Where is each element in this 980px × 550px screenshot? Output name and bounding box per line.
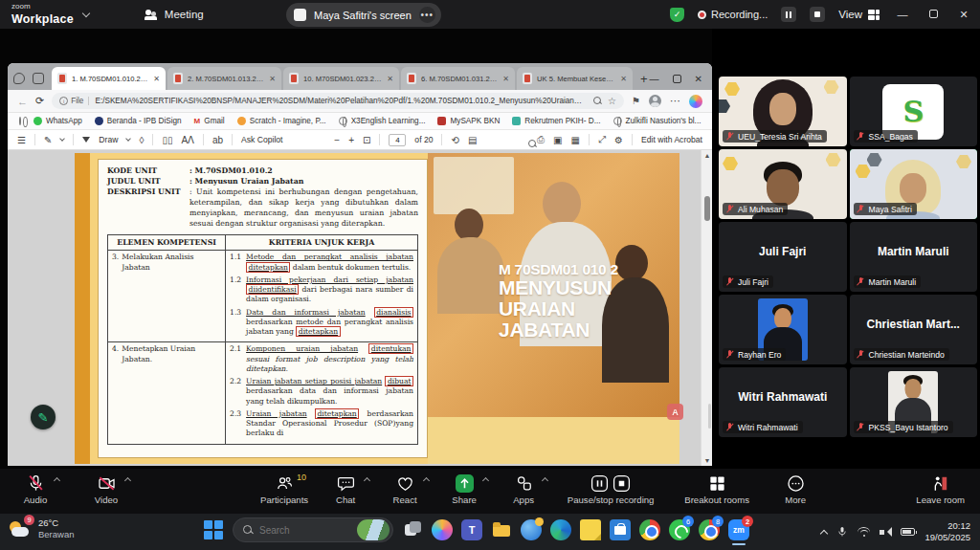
scroll-up-icon[interactable]: ▲	[702, 150, 712, 161]
pill-more-icon[interactable]: •••	[419, 7, 435, 23]
participant-tile-juli[interactable]: Juli Fajri Juli Fajri	[719, 222, 847, 292]
fit-width-icon[interactable]: ⊡	[363, 135, 370, 145]
shared-screen-pill[interactable]: Maya Safitri's screen •••	[286, 3, 441, 27]
settings-gear-icon[interactable]: ⚙	[614, 135, 623, 145]
wifi-icon[interactable]	[858, 527, 870, 538]
highlighter-icon[interactable]: ✎	[44, 135, 52, 145]
tab-close-icon[interactable]: ✕	[620, 75, 627, 83]
profile-avatar[interactable]	[649, 95, 661, 107]
apps-button[interactable]: Apps	[501, 469, 546, 505]
read-aloud-icon[interactable]: ab	[212, 135, 223, 145]
zoom-out-icon[interactable]: −	[334, 135, 340, 145]
chevron-up-icon[interactable]	[124, 477, 131, 484]
chevron-up-icon[interactable]	[423, 477, 430, 484]
draw-label[interactable]: Draw	[99, 135, 118, 144]
weather-widget[interactable]: 9 26°C Berawan	[8, 517, 75, 540]
url-field[interactable]: i File E:/SKEMA%20SERTIFIKASI%20BNSP/MAN…	[52, 93, 624, 109]
tab-close-icon[interactable]: ✕	[387, 75, 393, 83]
edit-with-acrobat-button[interactable]: Edit with Acrobat	[641, 135, 702, 144]
rotate-icon[interactable]: ⟲	[451, 135, 458, 145]
volume-icon[interactable]	[880, 527, 891, 538]
zoom-taskbar-icon[interactable]: zm 2	[728, 519, 749, 540]
participant-tile-witri[interactable]: Witri Rahmawati Witri Rahmawati	[719, 367, 847, 437]
stop-recording-button[interactable]	[810, 7, 825, 22]
chevron-up-icon[interactable]	[54, 477, 60, 484]
participant-tile-bayu[interactable]: PKSS_Bayu Istantoro	[850, 367, 978, 437]
page-number-input[interactable]: 4	[389, 134, 406, 146]
tray-mic-icon[interactable]	[836, 525, 848, 539]
browser-menu-icon[interactable]: ⋯	[670, 95, 680, 107]
pdf-viewer[interactable]: KODE UNIT: M.70SDM01.010.2 JUDUL UNIT: M…	[8, 150, 712, 466]
tray-expand-icon[interactable]	[820, 530, 828, 538]
text-size-icon[interactable]: Aᐱ	[181, 135, 194, 145]
eraser-icon[interactable]: ◊	[139, 135, 144, 145]
bookmark-x3english[interactable]: X3English Learning...	[339, 117, 426, 125]
chevron-up-icon[interactable]	[364, 477, 370, 484]
breakout-rooms-button[interactable]: Breakout rooms	[676, 469, 758, 505]
browser-tab-3[interactable]: 10. M70SDM01.023.2_M... ✕	[283, 67, 399, 90]
participant-tile-ali[interactable]: Ali Muhasan	[719, 149, 847, 219]
edge-icon[interactable]	[550, 519, 571, 540]
whatsapp-icon[interactable]: 6	[669, 519, 690, 540]
task-view-icon[interactable]	[402, 519, 423, 540]
teams-icon[interactable]: T	[461, 519, 482, 540]
chevron-up-icon[interactable]	[542, 477, 548, 484]
bookmark-scratch[interactable]: Scratch - Imagine, P...	[237, 117, 326, 125]
browser-close-button[interactable]: ✕	[695, 74, 702, 84]
audio-button[interactable]: Audio	[13, 469, 57, 505]
security-shield-icon[interactable]: ✓	[670, 8, 684, 22]
page-view-icon[interactable]: ▯▯	[162, 135, 172, 145]
search-input[interactable]	[259, 525, 350, 536]
ask-copilot-button[interactable]: Ask Copilot	[241, 135, 282, 144]
print-icon[interactable]: ⎙	[537, 134, 545, 145]
start-button[interactable]	[203, 519, 224, 540]
bookmark-mysapk[interactable]: MySAPK BKN	[437, 117, 500, 125]
bookmark-rekrutmen-pkih[interactable]: Rekrutmen PKIH- D...	[512, 117, 600, 125]
share-button[interactable]: Share	[442, 469, 486, 505]
panel-resize-handle[interactable]	[708, 404, 711, 429]
chevron-down-icon[interactable]	[60, 136, 66, 142]
video-button[interactable]: Video	[84, 469, 128, 505]
thumbnail-icon[interactable]: ▤	[468, 135, 477, 145]
react-button[interactable]: React	[383, 469, 427, 505]
zoom-in-icon[interactable]: +	[348, 135, 354, 145]
chevron-down-icon[interactable]	[82, 10, 90, 17]
search-daily-image[interactable]	[357, 519, 390, 540]
new-tab-button[interactable]: +	[640, 72, 648, 86]
file-explorer-icon[interactable]	[491, 519, 512, 540]
refresh-icon[interactable]: ⟳	[35, 95, 44, 107]
bookmark-ipb-disign[interactable]: Beranda - IPB DiSign	[95, 117, 182, 125]
tab-close-icon[interactable]: ✕	[269, 75, 276, 83]
participant-tile-rayhan[interactable]: Rayhan Ero	[719, 295, 847, 364]
acrobat-fab-icon[interactable]: A	[667, 404, 683, 420]
chevron-up-icon[interactable]	[482, 477, 489, 484]
browser-tab-4[interactable]: 6. M.70SDM01.031.2_M... ✕	[401, 67, 515, 90]
draw-icon[interactable]	[82, 137, 90, 143]
participants-button[interactable]: Participants 10	[260, 469, 308, 505]
zoom-workplace-logo[interactable]: zoom Workplace	[11, 3, 74, 26]
back-icon[interactable]: ←	[17, 96, 28, 107]
bookmark-whatsapp[interactable]: WhatsApp	[33, 117, 82, 125]
copilot-taskbar-icon[interactable]	[432, 519, 453, 540]
browser-tab-2[interactable]: 2. M.70SDM01.013.2_M... ✕	[167, 67, 281, 90]
favorite-star-icon[interactable]: ☆	[608, 96, 616, 106]
annotate-button[interactable]: ✎	[31, 405, 56, 429]
fullscreen-icon[interactable]: ⤢	[598, 134, 606, 145]
tab-close-icon[interactable]: ✕	[502, 75, 509, 83]
copilot-icon[interactable]	[689, 95, 702, 108]
app-icon-blue[interactable]	[521, 519, 542, 540]
tab-search-icon[interactable]	[13, 73, 25, 84]
toc-icon[interactable]: ☰	[17, 135, 26, 145]
close-button[interactable]: ✕	[955, 9, 972, 21]
chevron-down-icon[interactable]	[126, 136, 132, 142]
more-button[interactable]: More	[773, 469, 817, 505]
battery-icon[interactable]	[901, 528, 915, 536]
scroll-down-icon[interactable]: ▼	[702, 455, 712, 466]
participant-tile-martin[interactable]: Martin Maruli Martin Maruli	[850, 222, 978, 292]
search-icon[interactable]	[593, 97, 602, 105]
participant-tile-bagas[interactable]: S SSA_Bagas	[850, 77, 978, 146]
microsoft-store-icon[interactable]	[610, 519, 631, 540]
clock[interactable]: 20:12 19/05/2025	[924, 520, 970, 544]
pause-stop-recording-button[interactable]: Pause/stop recording	[561, 469, 660, 505]
bookmark-zulkifli[interactable]: Zulkifli Nasution's bl...	[613, 117, 702, 125]
